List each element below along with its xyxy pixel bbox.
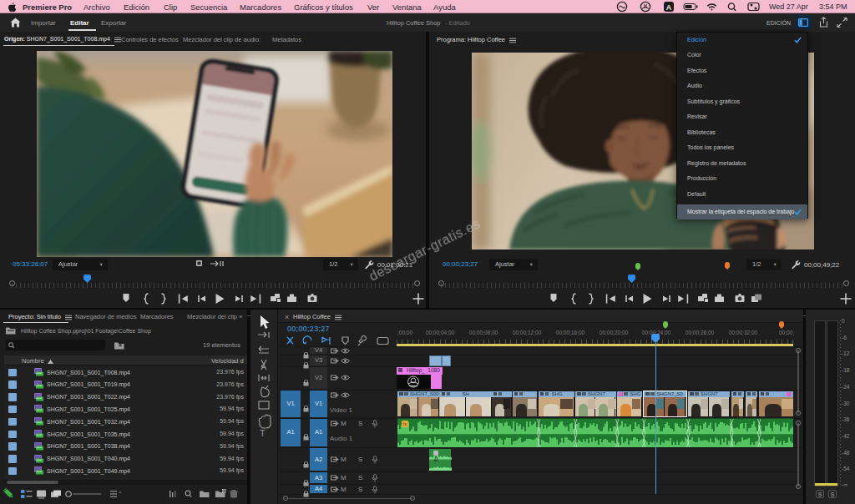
svg-text:A: A bbox=[666, 3, 672, 12]
